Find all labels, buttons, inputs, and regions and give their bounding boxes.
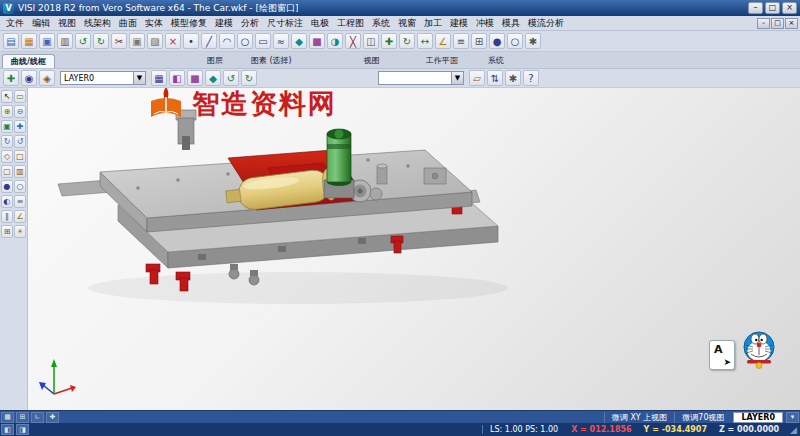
select-arrow-icon[interactable]: ↖ [1, 90, 13, 103]
viewport-3d[interactable]: 智造资料网 A ➤ [28, 88, 800, 410]
shaded-icon[interactable]: ● [489, 33, 505, 49]
workplane-xy-icon[interactable]: ▱ [469, 70, 485, 86]
zoom-in-icon[interactable]: ⊕ [1, 105, 13, 118]
snap-toggle-icon[interactable]: ▦ [1, 412, 14, 423]
layer-select[interactable]: LAYER0 ▼ [60, 71, 146, 85]
model-the-car[interactable] [28, 88, 568, 398]
menu-item[interactable]: 加工 [420, 17, 446, 30]
workplane-flip-icon[interactable]: ⇅ [487, 70, 503, 86]
measure-icon[interactable]: ∠ [14, 210, 26, 223]
menu-item[interactable]: 建模 [211, 17, 237, 30]
nudge-view[interactable]: 微调70视图 [674, 412, 731, 423]
menu-item[interactable]: 分析 [237, 17, 263, 30]
paste-icon[interactable]: ▨ [147, 33, 163, 49]
undo-icon[interactable]: ↺ [75, 33, 91, 49]
wireframe-mode-icon[interactable]: ○ [14, 180, 26, 193]
menu-item[interactable]: 实体 [141, 17, 167, 30]
workplane-select[interactable]: ▼ [378, 71, 464, 85]
trim-icon[interactable]: ╳ [345, 33, 361, 49]
menu-item[interactable]: 编辑 [28, 17, 54, 30]
select-by-color-icon[interactable]: ◧ [169, 70, 185, 86]
minimize-button[interactable]: – [748, 2, 763, 14]
curve-icon[interactable]: ≈ [273, 33, 289, 49]
view-refresh-icon[interactable]: ↺ [223, 70, 239, 86]
iso-view-icon[interactable]: ◇ [1, 150, 13, 163]
help-icon[interactable]: ? [523, 70, 539, 86]
system-settings-icon[interactable]: ✱ [505, 70, 521, 86]
measure-icon[interactable]: ∠ [435, 33, 451, 49]
copy-icon[interactable]: ▣ [129, 33, 145, 49]
grid-icon[interactable]: ⊞ [1, 225, 13, 238]
menu-item[interactable]: 电极 [307, 17, 333, 30]
workplane-icon[interactable]: ∥ [1, 210, 13, 223]
view-rotate-icon[interactable]: ↻ [241, 70, 257, 86]
track-toggle-icon[interactable]: ✚ [46, 412, 59, 423]
grid-toggle-icon[interactable]: ⊞ [16, 412, 29, 423]
right-view-icon[interactable]: ▥ [14, 165, 26, 178]
zoom-window-icon[interactable]: ▭ [14, 90, 26, 103]
surface-icon[interactable]: ◆ [291, 33, 307, 49]
delete-icon[interactable]: × [165, 33, 181, 49]
light-icon[interactable]: ☀ [14, 225, 26, 238]
coords-mode-icon[interactable]: ◨ [16, 424, 29, 435]
nudge-mode[interactable]: 微调 XY 上视图 [604, 412, 674, 423]
menu-item[interactable]: 冲模 [472, 17, 498, 30]
pan-icon[interactable]: ✚ [14, 120, 26, 133]
menu-item[interactable]: 模型修复 [167, 17, 211, 30]
chevron-down-icon[interactable]: ▼ [133, 72, 145, 84]
zoom-fit-icon[interactable]: ▣ [1, 120, 13, 133]
top-view-icon[interactable]: □ [14, 150, 26, 163]
line-icon[interactable]: ╱ [201, 33, 217, 49]
mdi-close-button[interactable]: × [785, 18, 798, 29]
close-button[interactable]: × [782, 2, 797, 14]
ortho-toggle-icon[interactable]: ∟ [31, 412, 44, 423]
rectangle-icon[interactable]: ▭ [255, 33, 271, 49]
menu-item[interactable]: 线架构 [80, 17, 115, 30]
maximize-button[interactable]: □ [765, 2, 780, 14]
mirror-icon[interactable]: ◫ [363, 33, 379, 49]
menu-item[interactable]: 系统 [368, 17, 394, 30]
menu-item[interactable]: 工程图 [333, 17, 368, 30]
annotation-icon[interactable]: ◧ [1, 424, 14, 435]
fillet-icon[interactable]: ◑ [327, 33, 343, 49]
circle-icon[interactable]: ○ [237, 33, 253, 49]
menu-item[interactable]: 文件 [2, 17, 28, 30]
status-expand-icon[interactable]: ▾ [786, 412, 799, 423]
previous-view-icon[interactable]: ↺ [14, 135, 26, 148]
menu-item[interactable]: 模具 [498, 17, 524, 30]
shaded-mode-icon[interactable]: ● [1, 180, 13, 193]
active-layer[interactable]: LAYER0 [733, 412, 783, 423]
grid-icon[interactable]: ⊞ [471, 33, 487, 49]
select-all-icon[interactable]: ▦ [151, 70, 167, 86]
zoom-out-icon[interactable]: ⊖ [14, 105, 26, 118]
settings-icon[interactable]: ✱ [525, 33, 541, 49]
wireframe-icon[interactable]: ○ [507, 33, 523, 49]
tab-curve-wireframe[interactable]: 曲线/线框 [2, 54, 55, 68]
layer-visibility-icon[interactable]: ◉ [21, 70, 37, 86]
new-file-icon[interactable]: ▤ [3, 33, 19, 49]
select-solid-icon[interactable]: ■ [187, 70, 203, 86]
layers-icon[interactable]: ≡ [14, 195, 26, 208]
chevron-down-icon[interactable]: ▼ [451, 72, 463, 84]
cut-icon[interactable]: ✂ [111, 33, 127, 49]
stretch-icon[interactable]: ↔ [417, 33, 433, 49]
menu-item[interactable]: 尺寸标注 [263, 17, 307, 30]
menu-item[interactable]: 曲面 [115, 17, 141, 30]
menu-item[interactable]: 视窗 [394, 17, 420, 30]
save-icon[interactable]: ▣ [39, 33, 55, 49]
layer-new-icon[interactable]: ✚ [3, 70, 19, 86]
hidden-line-icon[interactable]: ◐ [1, 195, 13, 208]
solid-icon[interactable]: ■ [309, 33, 325, 49]
move-icon[interactable]: ✚ [381, 33, 397, 49]
redo-icon[interactable]: ↻ [93, 33, 109, 49]
select-surface-icon[interactable]: ◆ [205, 70, 221, 86]
point-icon[interactable]: • [183, 33, 199, 49]
open-file-icon[interactable]: ▦ [21, 33, 37, 49]
arc-icon[interactable]: ◠ [219, 33, 235, 49]
layers-icon[interactable]: ≡ [453, 33, 469, 49]
mdi-minimize-button[interactable]: – [757, 18, 770, 29]
menu-item[interactable]: 视图 [54, 17, 80, 30]
menu-item[interactable]: 模流分析 [524, 17, 568, 30]
print-icon[interactable]: ▥ [57, 33, 73, 49]
menu-item[interactable]: 建模 [446, 17, 472, 30]
